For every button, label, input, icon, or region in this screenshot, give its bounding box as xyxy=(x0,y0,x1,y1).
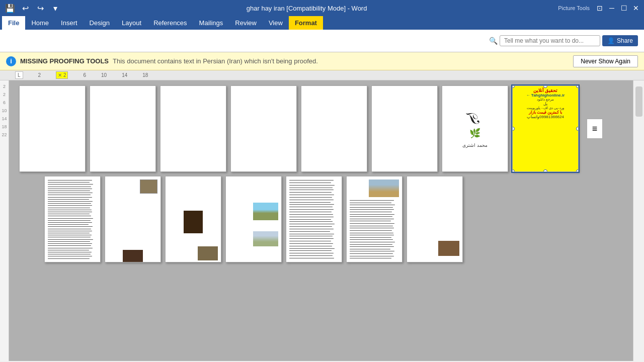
warning-bar: i MISSING PROOFING TOOLS This document c… xyxy=(0,52,644,70)
page-11-photo-bottom xyxy=(169,246,218,260)
window-mode-button[interactable]: ⊡ xyxy=(596,4,604,12)
page-10[interactable] xyxy=(105,176,161,262)
page-9-content xyxy=(45,176,100,262)
page-14-content xyxy=(347,176,402,262)
page-13-content xyxy=(286,176,342,262)
document-title: ghar hay iran [Compatibility Mode] - Wor… xyxy=(61,5,552,12)
landscape-photo-1 xyxy=(253,203,278,220)
undo-button[interactable]: ↩ xyxy=(19,2,31,14)
title-bar-left: 💾 ↩ ↪ ▾ xyxy=(4,2,61,14)
tab-layout[interactable]: Layout xyxy=(116,16,147,30)
share-button[interactable]: 👤 Share xyxy=(602,35,638,46)
tab-mailings[interactable]: Mailings xyxy=(193,16,229,30)
ribbon-search-area: 🔍 👤 Share xyxy=(489,35,638,46)
page-13[interactable] xyxy=(286,176,342,262)
page-15-content xyxy=(407,176,462,262)
tab-format[interactable]: Format xyxy=(289,16,323,30)
pages-row-1: 𝒯 🌿 محمد اشتری تحقیق آنلاین Tahghighonli… xyxy=(19,85,623,172)
close-button[interactable]: ✕ xyxy=(632,4,640,12)
tab-view[interactable]: View xyxy=(263,16,289,30)
landscape-photo-top xyxy=(369,179,399,197)
warning-title: MISSING PROOFING TOOLS xyxy=(20,57,109,65)
tab-references[interactable]: References xyxy=(147,16,193,30)
tab-design[interactable]: Design xyxy=(84,16,116,30)
ad-price: با کمترین قیمت بازار xyxy=(515,110,576,115)
save-button[interactable]: 💾 xyxy=(4,2,16,14)
page-14-photo xyxy=(350,179,399,197)
page-6-content xyxy=(372,86,437,171)
page-12[interactable] xyxy=(225,176,282,262)
ad-content: تحقیق آنلاین Tahghighonline.ir ← مرجع دا… xyxy=(513,86,578,171)
page-12-photo-2 xyxy=(229,231,278,246)
format-panel-icon[interactable]: ≡ xyxy=(587,119,603,139)
scrollbar-thumb[interactable] xyxy=(635,86,642,117)
title-bar: 💾 ↩ ↪ ▾ ghar hay iran [Compatibility Mod… xyxy=(0,0,644,16)
main-area: 2 2 6 10 14 18 22 xyxy=(0,80,644,361)
photo-bottom xyxy=(198,246,218,260)
redo-button[interactable]: ↪ xyxy=(34,2,46,14)
landscape-photo-2 xyxy=(253,231,278,246)
page-1[interactable] xyxy=(19,85,86,172)
page-4-content xyxy=(231,86,296,171)
ruler-highlight: ✕ 2 xyxy=(56,71,68,79)
ribbon-body: 🔍 👤 Share xyxy=(0,30,644,52)
tab-review[interactable]: Review xyxy=(229,16,263,30)
page-11-content xyxy=(166,176,221,262)
resize-handle-bl[interactable] xyxy=(512,169,515,172)
calligraphy-art-2: 🌿 xyxy=(469,128,480,139)
resize-handle-bm[interactable] xyxy=(543,169,547,172)
photo-dark xyxy=(123,250,143,262)
never-show-again-button[interactable]: Never Show Again xyxy=(573,55,638,67)
title-text: ghar hay iran [Compatibility Mode] - Wor… xyxy=(247,5,367,12)
ruler-marker: L xyxy=(15,71,23,79)
page-2-content xyxy=(90,86,155,171)
ad-url: Tahghighonline.ir ← xyxy=(515,93,576,98)
restore-button[interactable]: ☐ xyxy=(620,4,628,12)
resize-handle-mr[interactable] xyxy=(576,127,579,131)
resize-handle-tr[interactable] xyxy=(576,85,579,88)
ad-details: یل xyxy=(515,102,576,106)
left-ruler: 2 2 6 10 14 18 22 xyxy=(0,80,9,361)
photo-dark-tall xyxy=(184,211,203,233)
tab-home[interactable]: Home xyxy=(25,16,55,30)
page-11-photo-area xyxy=(169,211,218,233)
page-8-ad[interactable]: تحقیق آنلاین Tahghighonline.ir ← مرجع دا… xyxy=(512,85,579,172)
document-area[interactable]: 𝒯 🌿 محمد اشتری تحقیق آنلاین Tahghighonli… xyxy=(9,80,633,361)
page-10-photo-area xyxy=(108,179,157,194)
ad-phone: 09981366624واتساپ xyxy=(515,115,576,119)
page-2[interactable] xyxy=(90,85,156,172)
tab-file[interactable]: File xyxy=(2,16,25,30)
picture-tools-label: Picture Tools xyxy=(552,5,596,11)
sidebar-format-panel: ≡ xyxy=(585,85,605,172)
page-12-photo-1 xyxy=(229,203,278,220)
tab-insert[interactable]: Insert xyxy=(55,16,84,30)
page-3-content xyxy=(160,86,226,171)
page-7-calligraphy[interactable]: 𝒯 🌿 محمد اشتری xyxy=(442,85,508,172)
calligraphy-art: 𝒯 xyxy=(470,110,480,128)
page-14[interactable] xyxy=(346,176,403,262)
page-15-photo xyxy=(410,241,459,256)
page-11[interactable] xyxy=(165,176,221,262)
brown-photo xyxy=(438,241,459,256)
ad-sub: مرجع دانلود xyxy=(515,98,576,102)
minimize-button[interactable]: ─ xyxy=(608,4,616,12)
resize-handle-br[interactable] xyxy=(576,169,579,172)
ribbon-search-input[interactable] xyxy=(500,35,600,46)
ad-type: ورد-پی دی اف - پاورپوینت xyxy=(515,106,576,110)
page-3[interactable] xyxy=(160,85,226,172)
customize-qat-button[interactable]: ▾ xyxy=(49,2,61,14)
pages-row-2 xyxy=(19,176,623,262)
page-7-footer: محمد اشتری xyxy=(462,143,488,148)
page-4[interactable] xyxy=(230,85,297,172)
page-10-photo-bottom xyxy=(108,250,157,262)
page-10-photo xyxy=(140,179,157,194)
page-1-content xyxy=(20,86,85,171)
page-15[interactable] xyxy=(407,176,463,262)
page-12-content xyxy=(226,176,281,262)
ribbon-tabs: File Home Insert Design Layout Reference… xyxy=(0,16,644,30)
person-icon: 👤 xyxy=(607,37,615,44)
warning-icon: i xyxy=(6,56,16,66)
page-5[interactable] xyxy=(301,85,367,172)
page-9[interactable] xyxy=(44,176,101,262)
page-6[interactable] xyxy=(371,85,438,172)
